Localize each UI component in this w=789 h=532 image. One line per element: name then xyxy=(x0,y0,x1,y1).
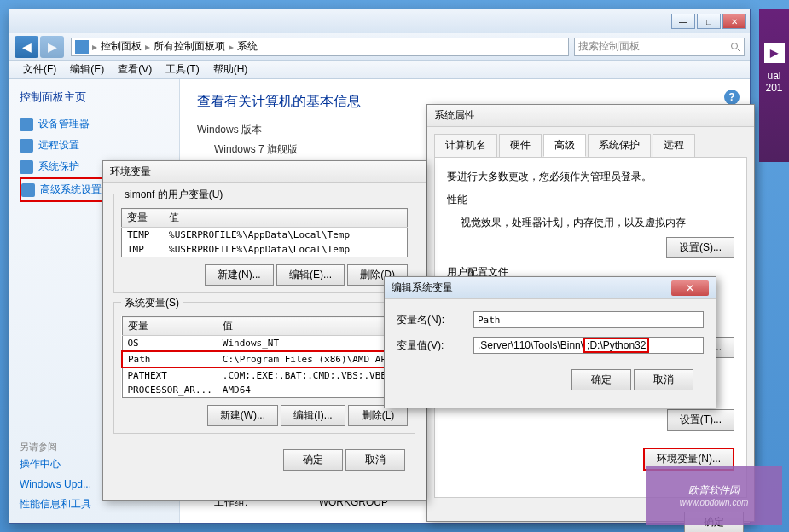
sidebar-item-remote[interactable]: 远程设置 xyxy=(20,135,169,156)
envvars-ok-button[interactable]: 确定 xyxy=(283,449,343,471)
user-vars-label: simonf 的用户变量(U) xyxy=(121,188,226,202)
var-value-label: 变量值(V): xyxy=(397,338,473,353)
shield-icon xyxy=(20,160,33,174)
env-vars-dialog: 环境变量 simonf 的用户变量(U) 变量值 TEMP%USERPROFIL… xyxy=(102,160,426,501)
vs-background: ▶ ual 201 xyxy=(759,9,789,162)
sys-edit-button[interactable]: 编辑(I)... xyxy=(281,405,345,426)
menu-help[interactable]: 帮助(H) xyxy=(206,62,255,77)
perf-settings-button[interactable]: 设置(S)... xyxy=(666,237,734,258)
startup-settings-button[interactable]: 设置(T)... xyxy=(667,409,734,431)
bc-system[interactable]: 系统 xyxy=(234,39,261,54)
vs-icon: ▶ xyxy=(764,43,785,63)
tab-advanced[interactable]: 高级 xyxy=(543,134,586,157)
envvars-cancel-button[interactable]: 取消 xyxy=(345,449,405,471)
tab-computer-name[interactable]: 计算机名 xyxy=(434,134,497,157)
shield-icon xyxy=(21,183,35,197)
highlighted-value: ;D:\Python32 xyxy=(583,338,649,353)
shield-icon xyxy=(20,118,33,131)
back-button[interactable]: ◀ xyxy=(15,36,38,58)
sys-vars-group: 系统变量(S) 变量值 OSWindows_NT PathC:\Program … xyxy=(113,302,415,434)
tab-hardware[interactable]: 硬件 xyxy=(499,134,542,157)
editvar-title: 编辑系统变量 ✕ xyxy=(385,277,716,299)
table-row[interactable]: TEMP%USERPROFILE%\AppData\Local\Temp xyxy=(122,228,408,243)
search-icon xyxy=(730,42,740,52)
tabs: 计算机名 硬件 高级 系统保护 远程 xyxy=(427,127,754,157)
titlebar: — □ ✕ xyxy=(9,9,750,33)
user-vars-table[interactable]: 变量值 TEMP%USERPROFILE%\AppData\Local\Temp… xyxy=(121,208,408,257)
table-row[interactable]: OSWindows_NT xyxy=(122,336,421,352)
table-row-path[interactable]: PathC:\Program Files (x86)\AMD APP\... xyxy=(122,351,421,367)
computer-icon xyxy=(75,40,89,54)
var-value-input[interactable]: .Server\110\Tools\Binn\;D:\Python32 xyxy=(473,337,704,354)
search-placeholder: 搜索控制面板 xyxy=(578,39,640,54)
watermark-text: 欧普软件园 xyxy=(688,483,740,498)
var-name-label: 变量名(N): xyxy=(397,313,473,327)
close-button[interactable]: ✕ xyxy=(722,14,746,29)
edit-variable-dialog: 编辑系统变量 ✕ 变量名(N): 变量值(V): .Server\110\Too… xyxy=(384,276,716,408)
search-input[interactable]: 搜索控制面板 xyxy=(574,38,745,56)
help-icon[interactable]: ? xyxy=(724,90,740,105)
user-vars-group: simonf 的用户变量(U) 变量值 TEMP%USERPROFILE%\Ap… xyxy=(113,194,415,293)
menu-view[interactable]: 查看(V) xyxy=(111,62,159,77)
svg-point-0 xyxy=(732,43,738,49)
editvar-cancel-button[interactable]: 取消 xyxy=(634,369,693,390)
perf-title: 性能 xyxy=(447,193,734,207)
envvars-title: 环境变量 xyxy=(103,161,426,183)
var-name-input[interactable] xyxy=(473,311,704,328)
menu-file[interactable]: 文件(F) xyxy=(16,62,63,77)
watermark: 欧普软件园 www.opdown.com xyxy=(646,466,782,525)
close-icon[interactable]: ✕ xyxy=(671,280,709,296)
menubar: 文件(F) 编辑(E) 查看(V) 工具(T) 帮助(H) xyxy=(9,61,750,79)
watermark-url: www.opdown.com xyxy=(680,498,749,507)
sidebar-title: 控制面板主页 xyxy=(20,90,169,105)
sidebar-item-device-manager[interactable]: 设备管理器 xyxy=(20,113,169,135)
sys-new-button[interactable]: 新建(W)... xyxy=(207,405,278,426)
addressbar: ◀ ▶ ▸ 控制面板 ▸ 所有控制面板项 ▸ 系统 搜索控制面板 xyxy=(9,33,750,61)
tab-protection[interactable]: 系统保护 xyxy=(588,134,651,157)
sys-vars-table[interactable]: 变量值 OSWindows_NT PathC:\Program Files (x… xyxy=(121,316,421,398)
table-row[interactable]: PROCESSOR_AR...AMD64 xyxy=(122,383,421,398)
sys-vars-label: 系统变量(S) xyxy=(121,296,183,310)
sysprops-title: 系统属性 xyxy=(427,105,754,127)
shield-icon xyxy=(20,139,33,153)
tab-remote[interactable]: 远程 xyxy=(653,134,695,157)
minimize-button[interactable]: — xyxy=(671,14,695,29)
table-row[interactable]: PATHEXT.COM;.EXE;.BAT;.CMD;.VBS;.VBE;... xyxy=(122,367,421,383)
bc-all-items[interactable]: 所有控制面板项 xyxy=(150,39,229,54)
maximize-button[interactable]: □ xyxy=(697,14,721,29)
menu-tools[interactable]: 工具(T) xyxy=(159,62,206,77)
perf-text: 视觉效果，处理器计划，内存使用，以及虚拟内存 xyxy=(447,216,734,230)
editvar-ok-button[interactable]: 确定 xyxy=(571,369,631,390)
user-edit-button[interactable]: 编辑(E)... xyxy=(276,264,345,286)
forward-button[interactable]: ▶ xyxy=(40,36,64,58)
menu-edit[interactable]: 编辑(E) xyxy=(63,62,111,77)
breadcrumb[interactable]: ▸ 控制面板 ▸ 所有控制面板项 ▸ 系统 xyxy=(71,38,569,56)
table-row[interactable]: TMP%USERPROFILE%\AppData\Local\Temp xyxy=(122,242,408,257)
admin-text: 要进行大多数更改，您必须作为管理员登录。 xyxy=(447,170,734,184)
user-new-button[interactable]: 新建(N)... xyxy=(205,264,274,286)
bc-control-panel[interactable]: 控制面板 xyxy=(97,39,145,54)
svg-line-1 xyxy=(737,49,740,51)
